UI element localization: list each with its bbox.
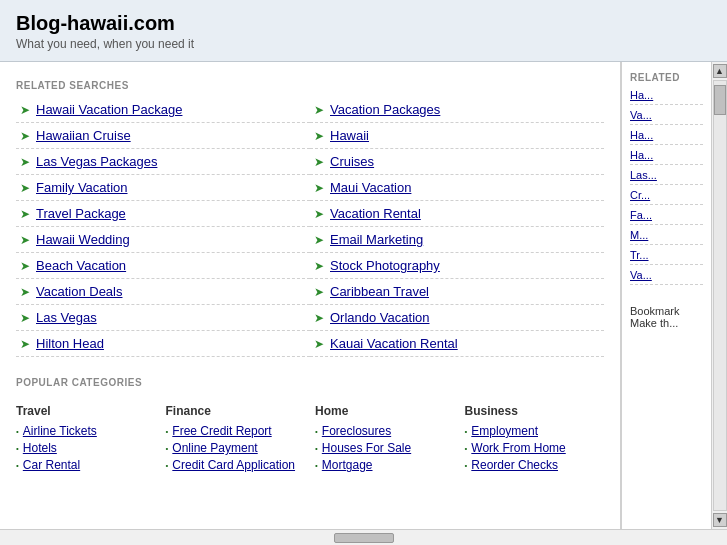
scroll-down-button[interactable]: ▼ bbox=[713, 513, 727, 527]
bullet-icon: • bbox=[16, 461, 19, 470]
list-item: ➤ Vacation Rental bbox=[310, 201, 604, 227]
bookmark-label: Bookmark bbox=[630, 305, 703, 317]
list-item: • Car Rental bbox=[16, 458, 156, 472]
search-link[interactable]: Vacation Deals bbox=[36, 284, 122, 299]
sidebar-link[interactable]: Las... bbox=[630, 169, 703, 185]
bullet-icon: • bbox=[166, 427, 169, 436]
list-item: ➤ Orlando Vacation bbox=[310, 305, 604, 331]
bullet-icon: • bbox=[166, 444, 169, 453]
search-link[interactable]: Cruises bbox=[330, 154, 374, 169]
list-item: • Airline Tickets bbox=[16, 424, 156, 438]
arrow-icon: ➤ bbox=[314, 155, 324, 169]
search-link[interactable]: Vacation Packages bbox=[330, 102, 440, 117]
list-item: ➤ Las Vegas bbox=[16, 305, 310, 331]
list-item: ➤ Hawaiian Cruise bbox=[16, 123, 310, 149]
site-title: Blog-hawaii.com bbox=[16, 12, 711, 35]
search-link[interactable]: Hawaii Wedding bbox=[36, 232, 130, 247]
category-business: Business • Employment • Work From Home bbox=[465, 404, 605, 475]
category-link[interactable]: Work From Home bbox=[471, 441, 565, 455]
category-link[interactable]: Credit Card Application bbox=[172, 458, 295, 472]
h-scroll-track[interactable] bbox=[334, 533, 394, 543]
arrow-icon: ➤ bbox=[314, 285, 324, 299]
category-link[interactable]: Reorder Checks bbox=[471, 458, 558, 472]
vertical-scrollbar[interactable]: ▲ ▼ bbox=[711, 62, 727, 529]
arrow-icon: ➤ bbox=[314, 311, 324, 325]
category-link[interactable]: Employment bbox=[471, 424, 538, 438]
sidebar-link[interactable]: Ha... bbox=[630, 89, 703, 105]
bullet-icon: • bbox=[315, 444, 318, 453]
scroll-up-button[interactable]: ▲ bbox=[713, 64, 727, 78]
search-link[interactable]: Kauai Vacation Rental bbox=[330, 336, 458, 351]
category-link[interactable]: Hotels bbox=[23, 441, 57, 455]
arrow-icon: ➤ bbox=[314, 337, 324, 351]
list-item: ➤ Hilton Head bbox=[16, 331, 310, 357]
category-title: Business bbox=[465, 404, 605, 418]
arrow-icon: ➤ bbox=[20, 181, 30, 195]
search-link[interactable]: Las Vegas Packages bbox=[36, 154, 157, 169]
right-sidebar-label: RELATED bbox=[630, 72, 703, 89]
category-link[interactable]: Car Rental bbox=[23, 458, 80, 472]
search-link[interactable]: Beach Vacation bbox=[36, 258, 126, 273]
search-link[interactable]: Email Marketing bbox=[330, 232, 423, 247]
list-item: ➤ Las Vegas Packages bbox=[16, 149, 310, 175]
category-link[interactable]: Free Credit Report bbox=[172, 424, 271, 438]
horizontal-scrollbar[interactable] bbox=[0, 529, 727, 545]
arrow-icon: ➤ bbox=[20, 103, 30, 117]
arrow-icon: ➤ bbox=[314, 233, 324, 247]
sidebar-link[interactable]: Va... bbox=[630, 109, 703, 125]
list-item: • Mortgage bbox=[315, 458, 455, 472]
search-link[interactable]: Caribbean Travel bbox=[330, 284, 429, 299]
list-item: • Hotels bbox=[16, 441, 156, 455]
list-item: ➤ Travel Package bbox=[16, 201, 310, 227]
category-link[interactable]: Mortgage bbox=[322, 458, 373, 472]
search-link[interactable]: Orlando Vacation bbox=[330, 310, 430, 325]
list-item: • Reorder Checks bbox=[465, 458, 605, 472]
list-item: ➤ Stock Photography bbox=[310, 253, 604, 279]
sidebar-link[interactable]: Fa... bbox=[630, 209, 703, 225]
sidebar-link[interactable]: Va... bbox=[630, 269, 703, 285]
bullet-icon: • bbox=[315, 427, 318, 436]
category-link[interactable]: Airline Tickets bbox=[23, 424, 97, 438]
search-link[interactable]: Travel Package bbox=[36, 206, 126, 221]
arrow-icon: ➤ bbox=[314, 181, 324, 195]
header: Blog-hawaii.com What you need, when you … bbox=[0, 0, 727, 62]
category-link[interactable]: Foreclosures bbox=[322, 424, 391, 438]
list-item: • Work From Home bbox=[465, 441, 605, 455]
category-link[interactable]: Online Payment bbox=[172, 441, 257, 455]
popular-categories-label: POPULAR CATEGORIES bbox=[16, 377, 604, 394]
search-link[interactable]: Maui Vacation bbox=[330, 180, 411, 195]
sidebar-link[interactable]: Cr... bbox=[630, 189, 703, 205]
list-item: • Credit Card Application bbox=[166, 458, 306, 472]
sidebar-link[interactable]: Tr... bbox=[630, 249, 703, 265]
arrow-icon: ➤ bbox=[20, 129, 30, 143]
bullet-icon: • bbox=[16, 444, 19, 453]
scroll-track[interactable] bbox=[713, 80, 727, 511]
arrow-icon: ➤ bbox=[20, 311, 30, 325]
search-link[interactable]: Hawaii bbox=[330, 128, 369, 143]
related-searches-grid: ➤ Hawaii Vacation Package ➤ Vacation Pac… bbox=[0, 97, 620, 357]
search-link[interactable]: Las Vegas bbox=[36, 310, 97, 325]
list-item: ➤ Family Vacation bbox=[16, 175, 310, 201]
search-link[interactable]: Vacation Rental bbox=[330, 206, 421, 221]
search-link[interactable]: Stock Photography bbox=[330, 258, 440, 273]
category-link[interactable]: Houses For Sale bbox=[322, 441, 411, 455]
category-finance: Finance • Free Credit Report • Online Pa… bbox=[166, 404, 306, 475]
list-item: ➤ Vacation Packages bbox=[310, 97, 604, 123]
list-item: ➤ Hawaii Wedding bbox=[16, 227, 310, 253]
list-item: ➤ Beach Vacation bbox=[16, 253, 310, 279]
sidebar-link[interactable]: M... bbox=[630, 229, 703, 245]
arrow-icon: ➤ bbox=[20, 337, 30, 351]
search-link[interactable]: Hawaii Vacation Package bbox=[36, 102, 182, 117]
make-label: Make th... bbox=[630, 317, 703, 329]
sidebar-link[interactable]: Ha... bbox=[630, 129, 703, 145]
search-link[interactable]: Hawaiian Cruise bbox=[36, 128, 131, 143]
arrow-icon: ➤ bbox=[314, 103, 324, 117]
search-link[interactable]: Hilton Head bbox=[36, 336, 104, 351]
list-item: • Employment bbox=[465, 424, 605, 438]
arrow-icon: ➤ bbox=[20, 259, 30, 273]
category-travel: Travel • Airline Tickets • Hotels bbox=[16, 404, 156, 475]
search-link[interactable]: Family Vacation bbox=[36, 180, 128, 195]
sidebar-link[interactable]: Ha... bbox=[630, 149, 703, 165]
list-item: ➤ Hawaii bbox=[310, 123, 604, 149]
scroll-thumb[interactable] bbox=[714, 85, 726, 115]
